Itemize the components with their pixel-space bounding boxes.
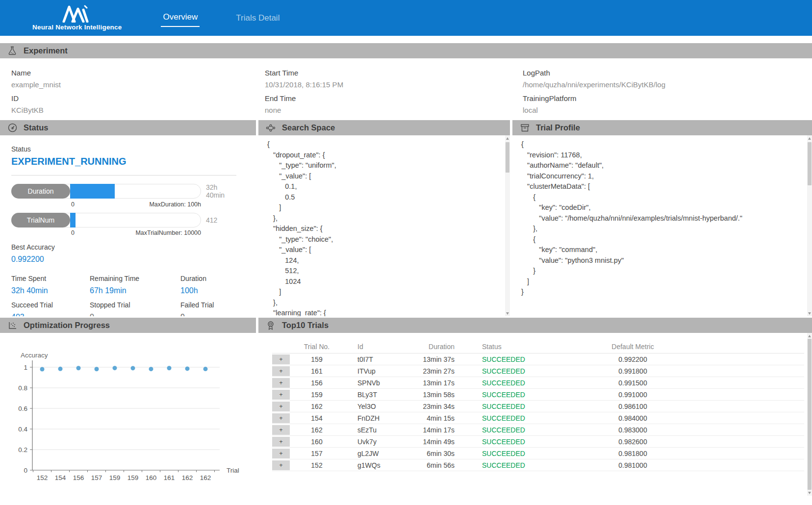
cell-default-metric: 0.991800 xyxy=(545,367,804,375)
scrollbar[interactable] xyxy=(505,135,510,316)
divider xyxy=(11,175,236,176)
scrollbar[interactable] xyxy=(807,135,812,316)
json-line: "authorName": "default", xyxy=(521,160,803,171)
accuracy-scatter-chart: Accuracy00.20.40.60.81152154156157159159… xyxy=(4,347,255,494)
cell-status: SUCCEEDED xyxy=(457,391,545,399)
scatter-point[interactable] xyxy=(113,366,117,370)
expand-cell: + xyxy=(272,449,290,458)
field-label: TrainingPlatform xyxy=(523,94,812,102)
cell-trial-no: 157 xyxy=(290,450,344,457)
cell-status: SUCCEEDED xyxy=(457,403,545,410)
scatter-point[interactable] xyxy=(131,366,135,370)
scroll-thumb[interactable] xyxy=(808,339,812,490)
svg-text:0.6: 0.6 xyxy=(18,405,27,412)
stat-value: 100h xyxy=(180,286,236,295)
optimization-chart: Accuracy00.20.40.60.81152154156157159159… xyxy=(0,333,256,496)
svg-text:0.4: 0.4 xyxy=(18,426,27,433)
json-line: "learning_rate": { xyxy=(267,308,501,316)
field-label: Start Time xyxy=(265,69,523,77)
scroll-thumb[interactable] xyxy=(808,142,812,185)
cell-duration: 23min 34s xyxy=(398,403,457,410)
tab-trials-detail[interactable]: Trials Detail xyxy=(234,10,281,26)
scatter-point[interactable] xyxy=(40,367,45,371)
scroll-up-icon[interactable] xyxy=(807,333,812,339)
scroll-up-icon[interactable] xyxy=(807,135,812,141)
json-line: } xyxy=(521,266,803,277)
field-label: Name xyxy=(11,69,265,77)
progress-bar-track xyxy=(64,213,201,227)
expand-cell: + xyxy=(272,378,290,388)
cell-default-metric: 0.982600 xyxy=(545,438,804,446)
progress-bar-value: 412 xyxy=(201,216,236,224)
scroll-up-icon[interactable] xyxy=(505,135,510,141)
expand-row-button[interactable]: + xyxy=(272,437,290,447)
expand-row-button[interactable]: + xyxy=(272,390,290,400)
expand-row-button[interactable]: + xyxy=(272,425,290,435)
expand-row-button[interactable]: + xyxy=(272,378,290,388)
field-label: End Time xyxy=(265,94,523,102)
tab-overview[interactable]: Overview xyxy=(161,9,200,27)
json-line: ] xyxy=(267,202,501,213)
json-line: "_value": [ xyxy=(267,171,501,182)
top10-section-header: Top10 Trials xyxy=(258,318,812,333)
table-row: +157gL2JW6min 30sSUCCEEDED0.981800 xyxy=(272,448,804,459)
json-line: "key": "command", xyxy=(521,245,803,255)
cell-trial-no: 159 xyxy=(290,355,344,363)
scatter-point[interactable] xyxy=(149,367,153,371)
cell-default-metric: 0.981800 xyxy=(545,450,804,457)
experiment-column: Nameexample_mnistIDKCiBytKB xyxy=(11,63,265,114)
expand-row-button[interactable]: + xyxy=(272,460,290,470)
json-line: } xyxy=(521,287,803,298)
stat-value: 9 xyxy=(180,313,236,316)
cell-default-metric: 0.992200 xyxy=(545,355,804,363)
scatter-point[interactable] xyxy=(76,366,81,370)
scroll-track[interactable] xyxy=(807,141,812,310)
cell-trial-no: 156 xyxy=(290,379,344,387)
col-default-metric: Default Metric xyxy=(545,343,804,351)
stat-value: 403 xyxy=(11,313,90,316)
scrollbar[interactable] xyxy=(807,333,812,496)
scatter-point[interactable] xyxy=(58,367,63,371)
table-row: +161ITVup23min 27sSUCCEEDED0.991800 xyxy=(272,365,804,377)
expand-row-button[interactable]: + xyxy=(272,366,290,376)
stat-label: Remaining Time xyxy=(90,275,180,282)
expand-row-button[interactable]: + xyxy=(272,402,290,411)
scroll-down-icon[interactable] xyxy=(505,310,510,316)
svg-text:161: 161 xyxy=(164,474,175,481)
cell-id: SPNVb xyxy=(344,379,398,387)
scroll-thumb[interactable] xyxy=(506,142,509,173)
expand-row-button[interactable]: + xyxy=(272,449,290,458)
col-duration: Duration xyxy=(398,343,457,351)
json-line: ] xyxy=(267,287,501,298)
brand-text: Neural Network Intelligence xyxy=(32,24,122,31)
scatter-point[interactable] xyxy=(95,367,99,371)
expand-row-button[interactable]: + xyxy=(272,413,290,423)
scatter-chart-icon xyxy=(7,321,17,330)
col-trial-no: Trial No. xyxy=(290,343,344,351)
app-header: Neural Network Intelligence Overview Tri… xyxy=(0,0,812,36)
nav-tabs: Overview Trials Detail xyxy=(161,0,281,36)
json-line: "_type": "uniform", xyxy=(267,160,501,171)
scroll-track[interactable] xyxy=(505,141,510,310)
progress-max: MaxDuration: 100h xyxy=(149,201,201,208)
expand-row-button[interactable]: + xyxy=(272,354,290,364)
scroll-track[interactable] xyxy=(807,339,812,490)
trial-profile-json[interactable]: { "revision": 11768, "authorName": "defa… xyxy=(512,135,812,316)
field-value: local xyxy=(523,106,812,114)
scroll-down-icon[interactable] xyxy=(807,310,812,316)
cell-duration: 13min 37s xyxy=(398,355,457,363)
table-row: +162Yel3O23min 34sSUCCEEDED0.986100 xyxy=(272,401,804,412)
scroll-down-icon[interactable] xyxy=(807,490,812,496)
scatter-point[interactable] xyxy=(185,366,190,371)
expand-cell: + xyxy=(272,460,290,470)
status-stats: Time Spent32h 40minRemaining Time67h 19m… xyxy=(11,269,236,316)
search-space-json[interactable]: { "dropout_rate": { "_type": "uniform", … xyxy=(258,135,510,316)
scatter-point[interactable] xyxy=(167,366,172,370)
field-label: ID xyxy=(11,94,265,102)
cell-duration: 6min 56s xyxy=(398,461,457,469)
stat-label: Stopped Trial xyxy=(90,301,180,309)
cell-status: SUCCEEDED xyxy=(457,379,545,387)
scatter-point[interactable] xyxy=(203,367,208,371)
json-line: "key": "codeDir", xyxy=(521,202,803,213)
progress-bar-label: Duration xyxy=(11,184,70,199)
